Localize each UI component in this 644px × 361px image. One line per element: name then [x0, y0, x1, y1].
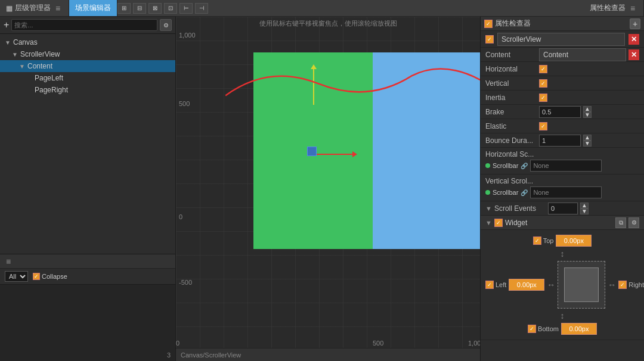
- search-button[interactable]: ⚙: [160, 19, 172, 31]
- tree-item-scrollerview[interactable]: ▼ ScrollerView: [0, 48, 175, 60]
- widget-top-row: ✓ Top: [485, 235, 639, 247]
- bounce-input[interactable]: [539, 135, 581, 147]
- tab-layer-manager[interactable]: ▦ 层级管理器 ≡: [0, 0, 69, 16]
- prop-checkbox-vertical[interactable]: ✓: [539, 79, 547, 88]
- y-arrow-head: [311, 64, 317, 69]
- scene-icon-4[interactable]: ⊡: [164, 3, 177, 14]
- tree-item-pageright[interactable]: PageRight: [0, 84, 175, 96]
- h-arrow-left: ↔: [547, 280, 555, 290]
- grid-icon: ▦: [6, 4, 13, 13]
- prop-row-hscroll: Horizontal Sc... Scrollbar 🔗: [481, 148, 644, 175]
- tab-properties[interactable]: 属性检查器 ≡: [584, 0, 644, 16]
- bottom-checkbox[interactable]: ✓: [528, 325, 536, 333]
- left-input[interactable]: [509, 279, 544, 291]
- hscroll-ref-input[interactable]: [530, 160, 602, 172]
- arrow-line: [317, 154, 352, 155]
- y-arrow-line: [313, 69, 314, 105]
- arrow-down-icon: ↕: [561, 311, 565, 320]
- right-panel-checkbox[interactable]: ✓: [484, 20, 493, 28]
- collapse-checkbox[interactable]: ✓: [33, 273, 40, 280]
- content-close-btn[interactable]: ✕: [628, 49, 639, 60]
- tree-item-pageleft[interactable]: PageLeft: [0, 72, 175, 84]
- bounce-down-btn[interactable]: ▼: [583, 141, 592, 147]
- widget-settings-btn[interactable]: ⚙: [628, 217, 639, 228]
- top-label: Top: [543, 237, 554, 244]
- scene-canvas[interactable]: 使用鼠标右键平移视窗焦点，使用滚轮缩放视图 1,000 500 0 -500: [176, 17, 480, 348]
- right-panel: ✓ 属性检查器 + ✓ ✕ Content ✕ Horizontal ✓ Ver…: [480, 17, 644, 361]
- bottom-input[interactable]: [561, 323, 597, 335]
- comp-close-btn[interactable]: ✕: [628, 34, 639, 45]
- prop-label-scroll-events: Scroll Events: [494, 204, 548, 213]
- vscroll-ref-input[interactable]: [530, 186, 602, 198]
- hscroll-ref-badge: Scrollbar: [493, 162, 518, 169]
- top-input[interactable]: [556, 235, 592, 247]
- hscroll-ref: Scrollbar 🔗: [485, 160, 602, 172]
- prop-value-bounce: ▲ ▼: [539, 135, 639, 147]
- brake-input[interactable]: [539, 106, 581, 118]
- tree-arrow-canvas: ▼: [5, 39, 12, 46]
- scroll-events-down-btn[interactable]: ▼: [580, 208, 589, 214]
- scroll-events-up-btn[interactable]: ▲: [580, 203, 589, 208]
- scroll-events-input[interactable]: [548, 203, 578, 214]
- tree-label-scrollerview: ScrollerView: [20, 50, 60, 58]
- main-layout: + ⚙ ▼ Canvas ▼ ScrollerView ▼ Content Pa…: [0, 17, 644, 361]
- axis-label-x1000: 1,000: [468, 340, 480, 347]
- right-panel-title: 属性检查器: [495, 18, 627, 29]
- type-dropdown[interactable]: All: [5, 271, 28, 282]
- widget-middle-row: ✓ Left ↔ ↔ ✓ Rig: [485, 261, 639, 309]
- bottom-menu-icon[interactable]: ≡: [4, 257, 13, 266]
- scene-icon-1[interactable]: ⊞: [117, 3, 131, 14]
- top-label-check: ✓ Top: [533, 236, 554, 245]
- left-control: ✓ Left: [485, 279, 544, 291]
- layer-menu-icon[interactable]: ≡: [53, 4, 63, 13]
- widget-checkbox[interactable]: ✓: [494, 219, 503, 227]
- axis-label-yneg500: -500: [179, 279, 192, 286]
- widget-collapse-arrow: ▼: [485, 219, 492, 226]
- right-panel-header: ✓ 属性检查器 +: [481, 17, 644, 31]
- tab-scene-editor[interactable]: 场景编辑器: [69, 0, 117, 16]
- prop-row-vscroll: Vertical Scrol... Scrollbar 🔗: [481, 175, 644, 201]
- vscroll-link-icon: 🔗: [521, 189, 528, 196]
- prop-row-bounce: Bounce Dura... ▲ ▼: [481, 133, 644, 148]
- brake-up-btn[interactable]: ▲: [583, 106, 592, 112]
- right-add-btn[interactable]: +: [630, 18, 640, 29]
- scene-icon-5[interactable]: ⊢: [179, 3, 193, 14]
- tree-arrow-pageleft: [26, 75, 33, 82]
- all-select: All: [5, 271, 28, 282]
- left-checkbox[interactable]: ✓: [485, 281, 494, 289]
- right-checkbox[interactable]: ✓: [618, 281, 627, 289]
- left-label: Left: [496, 281, 506, 288]
- widget-copy-btn[interactable]: ⧉: [615, 217, 626, 228]
- prop-label-content: Content: [485, 51, 539, 59]
- brake-down-btn[interactable]: ▼: [583, 112, 592, 118]
- comp-checkbox[interactable]: ✓: [485, 35, 494, 43]
- h-arrow-right: ↔: [608, 280, 616, 290]
- scene-icon-3[interactable]: ⊠: [148, 3, 162, 14]
- content-input[interactable]: [539, 48, 626, 61]
- search-input[interactable]: [11, 19, 157, 31]
- prop-tab-label: 属性检查器: [590, 3, 626, 13]
- bounce-up-btn[interactable]: ▲: [583, 135, 592, 141]
- tree-item-canvas[interactable]: ▼ Canvas: [0, 36, 175, 48]
- prop-value-content: ✕: [539, 48, 639, 61]
- layer-tree: ▼ Canvas ▼ ScrollerView ▼ Content PageLe…: [0, 34, 175, 254]
- bottom-label: Bottom: [538, 325, 559, 332]
- prop-checkbox-inertia[interactable]: ✓: [539, 94, 547, 102]
- tree-item-content[interactable]: ▼ Content: [0, 60, 175, 72]
- scene-icon-2[interactable]: ⊟: [133, 3, 146, 14]
- component-name-input[interactable]: [497, 33, 625, 46]
- prop-row-content: Content ✕: [481, 48, 644, 62]
- top-checkbox[interactable]: ✓: [533, 236, 541, 245]
- left-panel-bottom: ≡ All ✓ Collapse 3: [0, 254, 175, 361]
- tree-arrow-pageright: [26, 87, 33, 94]
- add-layer-icon[interactable]: +: [4, 20, 9, 30]
- scene-icon-6[interactable]: ⊣: [195, 3, 208, 14]
- widget-layout: ✓ Top ↕ ✓ Left: [481, 230, 644, 340]
- prop-label-vertical: Vertical: [485, 79, 539, 88]
- widget-section: ▼ ✓ Widget ⧉ ⚙ ✓ Top ↕: [481, 216, 644, 340]
- prop-menu-icon[interactable]: ≡: [628, 4, 637, 13]
- prop-checkbox-elastic[interactable]: ✓: [539, 122, 547, 130]
- collapse-btn[interactable]: ✓ Collapse: [33, 273, 67, 280]
- arrow-head: [352, 151, 357, 157]
- prop-checkbox-horizontal[interactable]: ✓: [539, 65, 547, 73]
